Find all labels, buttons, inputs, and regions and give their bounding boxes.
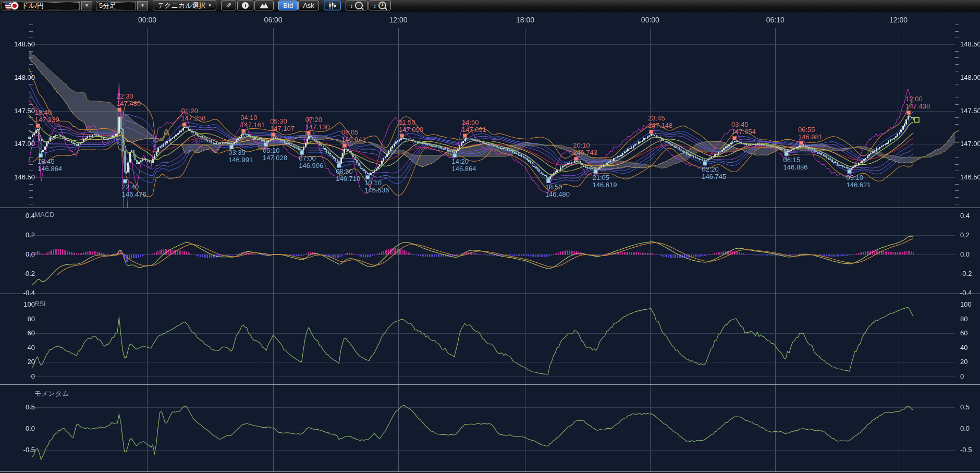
zoom-out-icon: − (355, 2, 363, 9)
zoom-in-icon: + (378, 2, 386, 9)
zoom-in-button[interactable]: ↕ + (369, 1, 391, 10)
ask-button[interactable]: Ask (298, 1, 319, 10)
chart-region: MACD RSI モメンタム (0, 12, 980, 473)
chart-style-button[interactable] (254, 1, 274, 10)
chevron-down-icon: ▼ (85, 3, 89, 8)
technical-select-button[interactable]: テクニカル選択 ▼ (153, 1, 216, 10)
main-chart-canvas[interactable] (0, 12, 980, 473)
info-button[interactable]: i (237, 1, 253, 10)
pencil-icon: ✎ (226, 2, 231, 9)
updown-arrow-icon: ↕ (350, 3, 353, 9)
chevron-down-icon: ▼ (208, 3, 212, 8)
candlestick-icon (328, 2, 336, 9)
draw-tool-button[interactable]: ✎ (221, 1, 236, 10)
symbol-select[interactable]: ドル/円 (2, 1, 80, 10)
fx-chart-app: ドル/円 ▼ 5分足 ▼ テクニカル選択 ▼ ✎ i (0, 0, 980, 473)
info-icon: i (242, 2, 249, 9)
symbol-dropdown-button[interactable]: ▼ (81, 1, 92, 10)
jp-flag-icon (10, 2, 19, 10)
timeframe-label: 5分足 (99, 1, 116, 10)
toolbar: ドル/円 ▼ 5分足 ▼ テクニカル選択 ▼ ✎ i (0, 0, 980, 11)
mountain-icon (259, 3, 269, 9)
zoom-out-button[interactable]: ↕ − (346, 1, 368, 10)
symbol-label: ドル/円 (21, 1, 44, 10)
timeframe-select[interactable]: 5分足 (96, 1, 136, 10)
candle-chart-button[interactable] (324, 1, 341, 10)
updown-arrow-icon: ↕ (373, 3, 376, 9)
chevron-down-icon: ▼ (141, 3, 145, 8)
technical-select-label: テクニカル選択 (157, 1, 206, 10)
bid-button[interactable]: Bid (278, 1, 298, 10)
timeframe-dropdown-button[interactable]: ▼ (137, 1, 148, 10)
